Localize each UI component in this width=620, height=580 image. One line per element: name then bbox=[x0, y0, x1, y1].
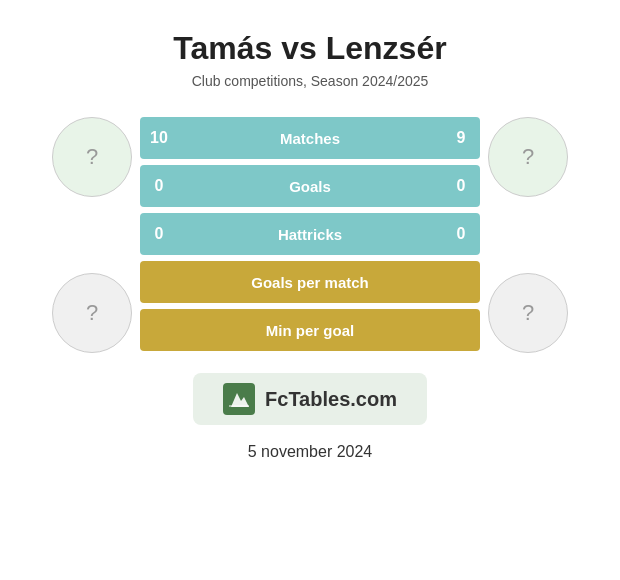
page-title: Tamás vs Lenzsér bbox=[173, 30, 446, 67]
stat-left-hattricks: 0 bbox=[140, 213, 178, 255]
date-text: 5 november 2024 bbox=[248, 443, 373, 461]
stat-label-hattricks: Hattricks bbox=[178, 213, 442, 255]
branding-text: FcTables.com bbox=[265, 388, 397, 411]
stat-right-hattricks: 0 bbox=[442, 213, 480, 255]
stat-left-matches: 10 bbox=[140, 117, 178, 159]
svg-rect-2 bbox=[229, 405, 249, 407]
branding-area: FcTables.com bbox=[193, 373, 427, 425]
page: Tamás vs Lenzsér Club competitions, Seas… bbox=[0, 0, 620, 580]
stat-label-matches: Matches bbox=[178, 117, 442, 159]
stat-label-goals: Goals bbox=[178, 165, 442, 207]
stat-row-goals: 0Goals0 bbox=[140, 165, 480, 207]
team-right-logo-bottom: ? bbox=[488, 273, 568, 353]
stat-label-goals-per-match: Goals per match bbox=[140, 261, 480, 303]
stat-row-min-per-goal: Min per goal bbox=[140, 309, 480, 351]
stat-right-goals: 0 bbox=[442, 165, 480, 207]
team-left-logo-bottom: ? bbox=[52, 273, 132, 353]
stats-rows: 10Matches90Goals00Hattricks0Goals per ma… bbox=[140, 117, 480, 351]
stat-label-min-per-goal: Min per goal bbox=[140, 309, 480, 351]
stat-row-hattricks: 0Hattricks0 bbox=[140, 213, 480, 255]
branding-icon bbox=[223, 383, 255, 415]
stat-row-goals-per-match: Goals per match bbox=[140, 261, 480, 303]
subtitle: Club competitions, Season 2024/2025 bbox=[192, 73, 429, 89]
stat-left-goals: 0 bbox=[140, 165, 178, 207]
team-left-logo-top: ? bbox=[52, 117, 132, 197]
right-team-logos: ? ? bbox=[488, 117, 568, 353]
stat-row-matches: 10Matches9 bbox=[140, 117, 480, 159]
stat-right-matches: 9 bbox=[442, 117, 480, 159]
team-right-logo-top: ? bbox=[488, 117, 568, 197]
left-team-logos: ? ? bbox=[52, 117, 132, 353]
comparison-area: ? ? 10Matches90Goals00Hattricks0Goals pe… bbox=[20, 117, 600, 353]
